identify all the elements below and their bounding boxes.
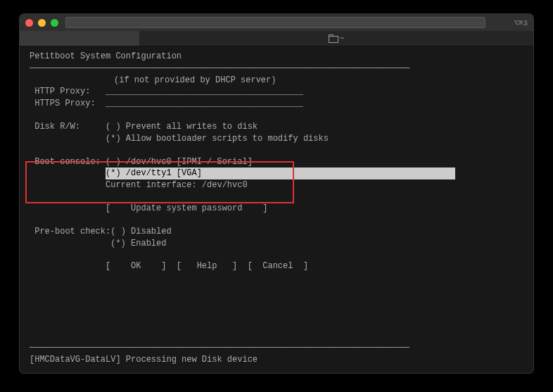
preboot-row2: (*) Enabled bbox=[30, 238, 523, 250]
disk-opt-allow[interactable]: (*) Allow bootloader scripts to modify d… bbox=[106, 134, 329, 144]
disk-rw-row: Disk R/W: ( ) Prevent all writes to disk bbox=[30, 121, 523, 133]
preboot-opt-disabled[interactable]: ( ) Disabled bbox=[110, 227, 171, 236]
https-proxy-row: HTTPS Proxy: ___________________________… bbox=[30, 98, 523, 110]
http-proxy-field[interactable]: _______________________________________ bbox=[106, 87, 303, 96]
boot-current-row: Current interface: /dev/hvc0 bbox=[30, 179, 523, 191]
status-line: [HMCDataVG-DataLV] Processing new Disk d… bbox=[30, 354, 409, 366]
boot-console-row2: (*) /dev/tty1 [VGA] bbox=[30, 167, 523, 179]
tab-active[interactable] bbox=[20, 31, 139, 46]
update-pw-row: [ Update system password ] bbox=[30, 203, 523, 215]
disk-rw-row2: (*) Allow bootloader scripts to modify d… bbox=[30, 133, 523, 145]
https-proxy-label: HTTPS Proxy: bbox=[34, 99, 95, 108]
boot-opt-hvc0[interactable]: ( ) /dev/hvc0 [IPMI / Serial] bbox=[106, 157, 253, 167]
action-buttons[interactable]: [ OK ] [ Help ] [ Cancel ] bbox=[106, 261, 308, 271]
status-area: ────────────────────────────────────────… bbox=[30, 342, 409, 366]
close-icon[interactable] bbox=[25, 19, 33, 27]
preboot-row: Pre-boot check:( ) Disabled bbox=[30, 226, 523, 238]
disk-opt-prevent[interactable]: ( ) Prevent all writes to disk bbox=[106, 122, 258, 132]
traffic-lights bbox=[25, 19, 58, 27]
minimize-icon[interactable] bbox=[38, 19, 46, 27]
http-proxy-label: HTTP Proxy: bbox=[34, 87, 90, 96]
maximize-icon[interactable] bbox=[51, 19, 58, 27]
disk-rw-label: Disk R/W: bbox=[34, 122, 80, 132]
https-proxy-field[interactable]: _______________________________________ bbox=[106, 99, 303, 108]
tab-label: ~ bbox=[340, 34, 345, 43]
buttons-row: [ OK ] [ Help ] [ Cancel ] bbox=[30, 260, 523, 272]
terminal-window: ⌥⌘3 ~ Petitboot System Configuration ───… bbox=[20, 14, 533, 373]
boot-console-row: Boot console: ( ) /dev/hvc0 [IPMI / Seri… bbox=[30, 156, 523, 168]
boot-opt-tty1-selected[interactable]: (*) /dev/tty1 [VGA] bbox=[106, 167, 455, 179]
titlebar: ⌥⌘3 bbox=[20, 14, 533, 31]
tab-home[interactable]: ~ bbox=[139, 31, 533, 46]
divider-top: ────────────────────────────────────────… bbox=[30, 63, 523, 75]
preboot-opt-enabled[interactable]: (*) Enabled bbox=[110, 239, 166, 248]
dhcp-note: (if not provided by DHCP server) bbox=[30, 75, 523, 87]
tabbar: ~ bbox=[20, 31, 533, 46]
terminal-body[interactable]: Petitboot System Configuration ─────────… bbox=[20, 46, 533, 373]
boot-console-label: Boot console: bbox=[34, 157, 101, 167]
titlebar-search[interactable] bbox=[65, 17, 485, 28]
divider-bottom: ────────────────────────────────────────… bbox=[30, 342, 409, 354]
folder-icon bbox=[329, 35, 337, 42]
titlebar-shortcut: ⌥⌘3 bbox=[514, 18, 528, 27]
page-title: Petitboot System Configuration bbox=[30, 51, 523, 63]
http-proxy-row: HTTP Proxy: ____________________________… bbox=[30, 86, 523, 98]
boot-current-interface: Current interface: /dev/hvc0 bbox=[106, 180, 248, 190]
preboot-label: Pre-boot check: bbox=[34, 227, 110, 236]
update-password-button[interactable]: [ Update system password ] bbox=[106, 203, 267, 213]
